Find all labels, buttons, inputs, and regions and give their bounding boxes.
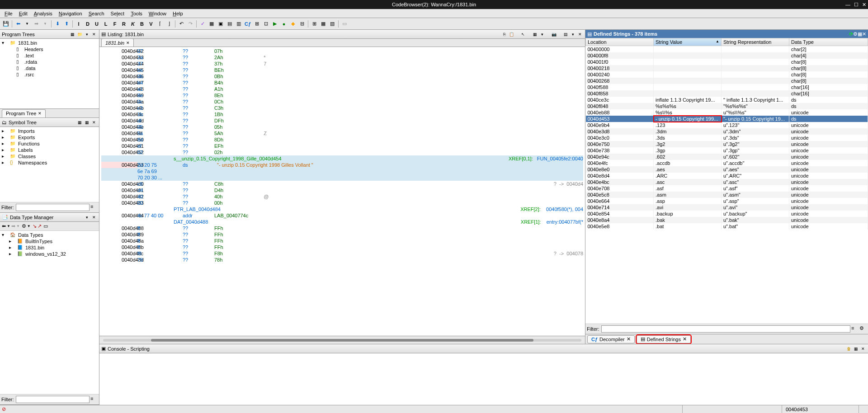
table-row[interactable]: 0040e3d8.3dmu".3dm"unicode: [586, 128, 868, 135]
strings-table[interactable]: Location String Value ▲ String Represent…: [585, 38, 868, 324]
table-row[interactable]: 0040e3c0.3dsu".3ds"unicode: [586, 135, 868, 141]
menu-analysis[interactable]: Analysis: [31, 10, 55, 17]
symbol-tree-body[interactable]: ▸📁Imports ▸📁Exports ▸📁Functions ▸📁Labels…: [0, 127, 99, 202]
tab-listing[interactable]: 1831.bin✕: [101, 38, 134, 47]
close-icon[interactable]: ✕: [91, 119, 97, 126]
down-arrow-icon[interactable]: ⬇: [53, 20, 61, 28]
menu-window[interactable]: Window: [146, 10, 169, 17]
icon[interactable]: ▥: [235, 20, 243, 28]
icon[interactable]: ▦: [69, 31, 75, 38]
tab-program-tree[interactable]: Program Tree✕: [2, 109, 46, 117]
check-icon[interactable]: ✓: [198, 20, 207, 28]
listing-slider[interactable]: [99, 336, 585, 344]
col-location[interactable]: Location: [586, 38, 654, 46]
col-string-repr[interactable]: String Representation: [722, 38, 789, 46]
table-row[interactable]: 0040e5e8.batu".bat"unicode: [586, 223, 868, 230]
strings-filter-input[interactable]: [601, 325, 851, 333]
table-row[interactable]: 0040f588char[16]: [586, 84, 868, 90]
menu-select[interactable]: Select: [108, 10, 127, 17]
filter-icon[interactable]: ⚙: [859, 325, 867, 333]
tree-root[interactable]: ▾📁1831.bin: [1, 40, 98, 46]
icon[interactable]: ⊡: [262, 20, 270, 28]
settings-icon[interactable]: ⚙: [853, 31, 858, 37]
tree-item-labels[interactable]: ▸📁Labels: [1, 147, 98, 153]
refresh-icon[interactable]: ⟳: [849, 31, 853, 37]
tree-item[interactable]: ▯Headers: [1, 46, 98, 52]
table-row[interactable]: 0040e4fc.accdbu".accdb"unicode: [586, 160, 868, 166]
table-row[interactable]: 0040f858char[16]: [586, 90, 868, 97]
tree-item-functions[interactable]: ▸📁Functions: [1, 141, 98, 147]
close-icon[interactable]: ✕: [627, 336, 631, 342]
filter-icon[interactable]: ≡: [90, 204, 98, 211]
back-icon[interactable]: ⬅: [14, 20, 22, 28]
paste-icon[interactable]: 📋: [508, 31, 514, 38]
icon[interactable]: ⊟: [298, 20, 306, 28]
letter-d-icon[interactable]: D: [84, 20, 92, 28]
cursor-icon[interactable]: ↖: [520, 31, 526, 38]
icon[interactable]: ▦: [76, 119, 83, 126]
icon[interactable]: ▭: [340, 20, 349, 28]
redo-icon[interactable]: ↷: [186, 20, 194, 28]
letter-k-icon[interactable]: K: [129, 20, 137, 28]
table-row[interactable]: 0040e738.3gpu".3gp"unicode: [586, 147, 868, 154]
menu-search[interactable]: Search: [86, 10, 107, 17]
close-icon[interactable]: ✕: [91, 214, 97, 221]
icon[interactable]: ▦: [532, 31, 538, 38]
maximize-icon[interactable]: ☐: [854, 2, 859, 8]
letter-b-icon[interactable]: B: [138, 20, 146, 28]
icon[interactable]: ▭: [43, 223, 48, 229]
close-icon[interactable]: ✕: [862, 2, 866, 8]
icon[interactable]: ▦: [319, 20, 327, 28]
tree-item[interactable]: ▸📗windows_vs12_32: [1, 251, 98, 257]
table-row[interactable]: 0040f848%s%s%s"%s%s%s"ds: [586, 103, 868, 109]
letter-i-icon[interactable]: I: [75, 20, 83, 28]
table-row[interactable]: 0040e8e0.aesu".aes"unicode: [586, 166, 868, 173]
table-row[interactable]: 0040ce3cinflate 1.1.3 Copyright 19..." i…: [586, 97, 868, 103]
tree-item-namespaces[interactable]: ▸{}Namespaces: [1, 160, 98, 166]
undo-icon[interactable]: ↶: [177, 20, 185, 28]
icon[interactable]: ▦: [858, 31, 862, 37]
icon[interactable]: ↗: [38, 223, 42, 229]
close-icon[interactable]: ✕: [577, 31, 583, 38]
letter-r-icon[interactable]: R: [120, 20, 128, 28]
table-row[interactable]: 0040e4bc.ascu".asc"unicode: [586, 179, 868, 185]
table-row[interactable]: 0040e8d4.ARCu".ARC"unicode: [586, 173, 868, 179]
dropdown-icon[interactable]: ▾: [539, 31, 545, 38]
up-arrow-icon[interactable]: ⬆: [62, 20, 71, 28]
table-row[interactable]: 0040eb88%s\\%su"%s\\%s"unicode: [586, 109, 868, 116]
icon[interactable]: ▦: [853, 346, 859, 352]
dropdown-icon[interactable]: ▼: [23, 20, 31, 28]
bracket-icon[interactable]: ⌋: [165, 20, 173, 28]
dropdown-icon[interactable]: ▼: [41, 20, 49, 28]
table-row[interactable]: 0040e854.backupu".backup"unicode: [586, 211, 868, 217]
tree-item[interactable]: ▯.text: [1, 52, 98, 59]
tab-defined-strings[interactable]: ▤Defined Strings✕: [637, 335, 691, 343]
icon[interactable]: ▧: [328, 20, 336, 28]
tab-decompiler[interactable]: CƒDecompiler✕: [587, 335, 635, 343]
menu-navigation[interactable]: Navigation: [56, 10, 85, 17]
program-trees-body[interactable]: ▾📁1831.bin ▯Headers ▯.text ▯.rdata ▯.dat…: [0, 39, 99, 108]
forward-icon[interactable]: ➡: [32, 20, 40, 28]
tree-item[interactable]: ▯.rsrc: [1, 71, 98, 78]
filter-icon[interactable]: ≡: [90, 396, 98, 403]
forward-icon[interactable]: ➡: [11, 223, 15, 229]
tree-item-exports[interactable]: ▸📁Exports: [1, 134, 98, 141]
play-icon[interactable]: ▶: [271, 20, 279, 28]
camera-icon[interactable]: 📷: [551, 31, 557, 38]
menu-help[interactable]: Help: [170, 10, 186, 17]
icon[interactable]: ▦: [208, 20, 216, 28]
icon[interactable]: ▦: [84, 119, 90, 126]
table-row[interactable]: 00400218char[8]: [586, 65, 868, 71]
table-row[interactable]: 0040d453- unzip 0.15 Copyright 199..."- …: [586, 116, 868, 122]
circle-icon[interactable]: ●: [280, 20, 288, 28]
icon[interactable]: ⊞: [310, 20, 318, 28]
menu-tools[interactable]: Tools: [128, 10, 145, 17]
icon[interactable]: ▤: [226, 20, 234, 28]
letter-v-icon[interactable]: V: [147, 20, 155, 28]
console-body[interactable]: [99, 353, 868, 405]
back-icon[interactable]: ⬅: [2, 223, 6, 229]
dropdown-icon[interactable]: ▾: [84, 31, 90, 38]
dropdown-icon[interactable]: ▾: [84, 214, 90, 221]
tree-item-classes[interactable]: ▸📁Classes: [1, 153, 98, 160]
minimize-icon[interactable]: —: [845, 2, 850, 8]
